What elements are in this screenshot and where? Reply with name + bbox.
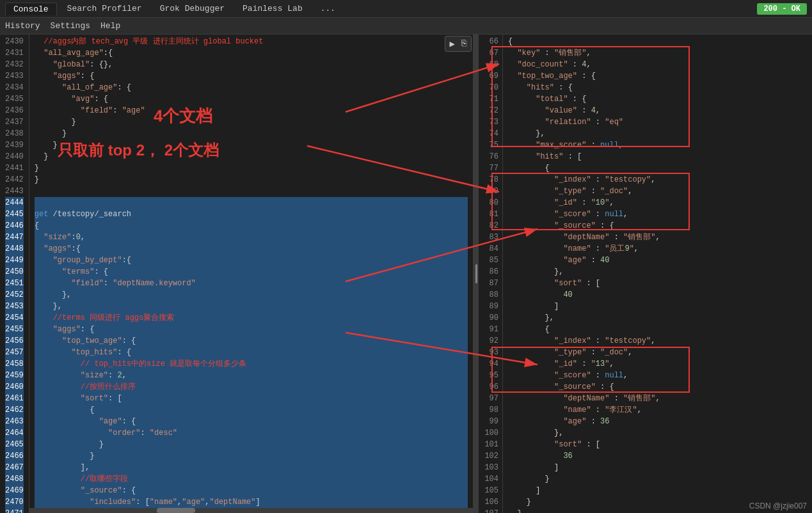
code-line: { xyxy=(35,404,468,416)
result-code-line: } xyxy=(508,473,807,485)
tab-search-profiler[interactable]: Search Profiler xyxy=(60,3,150,15)
result-code-line: "hits" : { xyxy=(508,82,807,93)
editor-scroll[interactable]: 2430243124322433243424352436243724382439… xyxy=(0,35,473,513)
code-line: "order": "desc" xyxy=(35,427,468,439)
result-line-number: 73 xyxy=(482,116,498,128)
result-line-number: 93 xyxy=(482,347,498,358)
code-line: } xyxy=(35,162,468,174)
code-line: "age": { xyxy=(35,416,468,427)
result-line-number: 78 xyxy=(482,174,498,185)
line-number: 2457 xyxy=(5,347,24,358)
result-line-number: 105 xyxy=(482,485,498,496)
result-line-number: 92 xyxy=(482,335,498,347)
code-line: } xyxy=(35,116,468,128)
result-code-line: "name" : "李江汉", xyxy=(508,404,807,416)
result-line-number: 84 xyxy=(482,243,498,255)
result-code-line: "key" : "销售部", xyxy=(508,47,807,59)
line-number: 2438 xyxy=(5,128,24,139)
line-number: 2443 xyxy=(5,185,24,197)
code-line xyxy=(35,197,468,209)
result-code-line: "sort" : [ xyxy=(508,278,807,289)
result-line-number: 107 xyxy=(482,508,498,513)
result-code-line: "_score" : null, xyxy=(508,370,807,381)
editor-scrollbar-thumb[interactable] xyxy=(157,508,195,513)
code-line: "aggs":{ xyxy=(35,243,468,255)
result-line-number: 69 xyxy=(482,70,498,82)
line-number: 2433 xyxy=(5,70,24,82)
line-number: 2440 xyxy=(5,151,24,162)
line-number: 2439 xyxy=(5,139,24,151)
run-button[interactable]: ▶ xyxy=(448,38,457,50)
code-line: "top_two_age": { xyxy=(35,335,468,347)
result-code-line: "name" : "员工9", xyxy=(508,243,807,255)
result-line-number: 68 xyxy=(482,59,498,70)
line-number: 2441 xyxy=(5,162,24,174)
code-line: }, xyxy=(35,301,468,312)
result-code-line: "_id" : "10", xyxy=(508,197,807,209)
result-code-line: ] xyxy=(508,301,807,312)
code-line: "all_of_age": { xyxy=(35,82,468,93)
result-line-number: 103 xyxy=(482,462,498,473)
result-line-number: 86 xyxy=(482,266,498,278)
result-code-line: "age" : 40 xyxy=(508,255,807,266)
code-line: } xyxy=(35,450,468,462)
status-badge: 200 - OK xyxy=(757,3,807,15)
code-line: "_source": { xyxy=(35,485,468,496)
line-number: 2434 xyxy=(5,82,24,93)
result-line-number: 95 xyxy=(482,370,498,381)
result-line-number: 100 xyxy=(482,427,498,439)
code-line: "field": "age" xyxy=(35,105,468,116)
result-code-line: ] xyxy=(508,485,807,496)
editor-toolbar: ▶ ⎘ xyxy=(445,36,472,52)
result-code-line: "hits" : [ xyxy=(508,151,807,162)
code-line: } xyxy=(35,128,468,139)
main-content: 2430243124322433243424352436243724382439… xyxy=(0,35,812,513)
menu-history[interactable]: History xyxy=(5,21,40,31)
code-line: get /testcopy/_search xyxy=(35,209,468,220)
line-number: 2460 xyxy=(5,381,24,393)
result-line-number: 96 xyxy=(482,381,498,393)
line-number: 2432 xyxy=(5,59,24,70)
code-line: "sort": [ xyxy=(35,393,468,404)
code-line: "aggs": { xyxy=(35,324,468,335)
result-code-line: "deptName" : "销售部", xyxy=(508,393,807,404)
code-line: } xyxy=(35,139,468,151)
result-line-number: 104 xyxy=(482,473,498,485)
result-code-line: "_score" : null, xyxy=(508,209,807,220)
line-number: 2470 xyxy=(5,496,24,508)
result-code-line: { xyxy=(508,324,807,335)
result-code-line: "_index" : "testcopy", xyxy=(508,335,807,347)
editor-scrollbar[interactable] xyxy=(29,508,473,513)
result-line-number: 102 xyxy=(482,450,498,462)
result-scroll[interactable]: 6667686970717273747576777879808182838485… xyxy=(479,35,812,513)
menu-settings[interactable]: Settings xyxy=(51,21,90,31)
result-line-number: 106 xyxy=(482,496,498,508)
menu-help[interactable]: Help xyxy=(100,21,120,31)
result-line-number: 90 xyxy=(482,312,498,324)
result-code-line: ] xyxy=(508,462,807,473)
code-line: "global": {}, xyxy=(35,59,468,70)
code-line: //取哪些字段 xyxy=(35,473,468,485)
line-number: 2437 xyxy=(5,116,24,128)
result-line-number: 72 xyxy=(482,105,498,116)
panel-divider[interactable] xyxy=(474,35,479,513)
code-line: "avg": { xyxy=(35,93,468,105)
result-code-line: "doc_count" : 4, xyxy=(508,59,807,70)
line-number: 2471 xyxy=(5,508,24,513)
tab-more[interactable]: ... xyxy=(313,3,343,15)
tab-painless-lab[interactable]: Painless Lab xyxy=(235,3,310,15)
code-line: //按照什么排序 xyxy=(35,381,468,393)
copy-button[interactable]: ⎘ xyxy=(459,38,468,50)
line-number: 2461 xyxy=(5,393,24,404)
editor-code-area[interactable]: //aggs内部 tech_avg 平级 进行主同统计 global bucke… xyxy=(29,35,473,513)
tab-console[interactable]: Console xyxy=(5,3,57,15)
code-line: // top_hits中的size 就是取每个分组多少条 xyxy=(35,358,468,370)
line-number: 2469 xyxy=(5,485,24,496)
result-code-line: "total" : { xyxy=(508,93,807,105)
tab-grok-debugger[interactable]: Grok Debugger xyxy=(152,3,232,15)
line-number: 2442 xyxy=(5,174,24,185)
result-code-line: "_index" : "testcopy", xyxy=(508,174,807,185)
line-number: 2459 xyxy=(5,370,24,381)
line-number: 2464 xyxy=(5,427,24,439)
code-line: "size": 2, xyxy=(35,370,468,381)
